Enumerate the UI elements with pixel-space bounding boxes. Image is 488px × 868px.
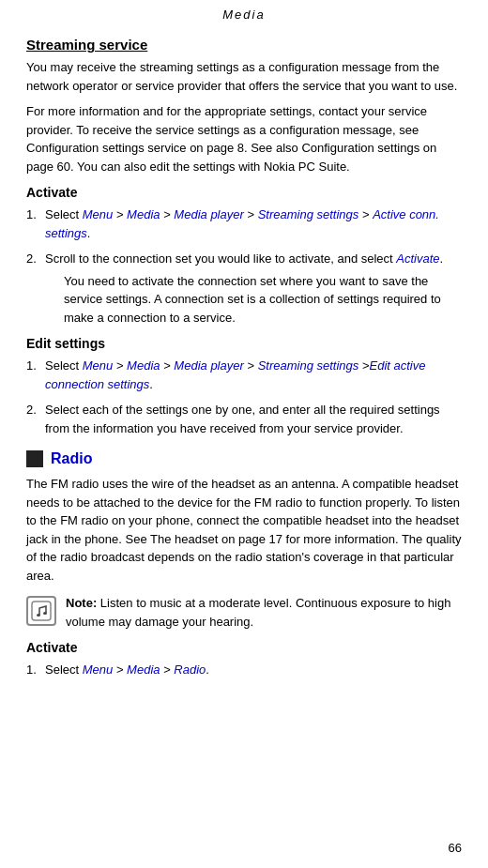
- radio-step1-media: Media: [127, 662, 160, 677]
- edit-step2-number: 2.: [26, 401, 45, 419]
- step1-sep2: >: [160, 207, 175, 221]
- note-label: Note:: [66, 596, 97, 610]
- radio-step1-radio: Radio: [174, 662, 206, 677]
- edit-step1-sep4: >: [358, 358, 369, 373]
- step1-sep3: >: [244, 207, 258, 221]
- edit-step1-sep3: >: [244, 358, 258, 373]
- edit-step1-sep2: >: [160, 358, 175, 373]
- radio-activate-steps: 1. Select Menu > Media > Radio.: [26, 661, 462, 679]
- radio-body: The FM radio uses the wire of the headse…: [26, 475, 462, 585]
- step1-end: .: [87, 226, 91, 240]
- step2-detail: You need to activate the connection set …: [64, 272, 462, 327]
- note-icon: [26, 596, 56, 626]
- step1-content: Select Menu > Media > Media player > Str…: [45, 206, 462, 242]
- radio-section-header: Radio: [26, 450, 462, 467]
- step2-content: Scroll to the connection set you would l…: [45, 250, 462, 327]
- edit-step1-end: .: [149, 377, 153, 391]
- note-svg-icon: [31, 601, 52, 621]
- activate-step1: 1. Select Menu > Media > Media player > …: [26, 206, 462, 242]
- radio-square-icon: [26, 450, 43, 467]
- activate-steps-list: 1. Select Menu > Media > Media player > …: [26, 206, 462, 327]
- header-title: Media: [222, 8, 265, 22]
- step1-media: Media: [127, 207, 160, 221]
- edit-steps-list: 1. Select Menu > Media > Media player > …: [26, 357, 462, 437]
- svg-point-2: [43, 612, 47, 615]
- page-number: 66: [449, 841, 462, 855]
- step1-menu: Menu: [83, 207, 114, 221]
- radio-activate-heading: Activate: [26, 640, 462, 655]
- step2-prefix: Scroll to the connection set you would l…: [45, 251, 396, 266]
- step1-number: 1.: [26, 206, 45, 224]
- edit-step1-media: Media: [127, 358, 160, 373]
- edit-step1-menu: Menu: [83, 358, 114, 373]
- note-text: Listen to music at a moderate level. Con…: [66, 596, 450, 629]
- edit-settings-heading: Edit settings: [26, 336, 462, 351]
- step1-prefix: Select: [45, 207, 83, 221]
- radio-step1-end: .: [206, 662, 209, 677]
- radio-title: Radio: [51, 450, 92, 467]
- streaming-intro-para1: You may receive the streaming settings a…: [26, 58, 462, 95]
- step2-number: 2.: [26, 250, 45, 268]
- streaming-service-title: Streaming service: [26, 37, 462, 53]
- svg-rect-0: [32, 602, 51, 620]
- radio-step1-number: 1.: [26, 661, 45, 679]
- step2-end: .: [440, 251, 444, 266]
- edit-step1-content: Select Menu > Media > Media player > Str…: [45, 357, 462, 393]
- step1-sep4: >: [358, 207, 373, 221]
- page-header: Media: [0, 0, 488, 25]
- step2-activate: Activate: [396, 251, 439, 266]
- step1-sep1: >: [113, 207, 127, 221]
- edit-step1-number: 1.: [26, 357, 45, 375]
- step1-mediaplayer: Media player: [174, 207, 243, 221]
- radio-step1-sep1: >: [113, 662, 127, 677]
- streaming-intro-para2: For more information and for the appropr…: [26, 102, 462, 175]
- step1-streaming: Streaming settings: [258, 207, 359, 221]
- edit-step1-streaming: Streaming settings: [258, 358, 359, 373]
- svg-point-1: [37, 614, 40, 617]
- edit-step2-content: Select each of the settings one by one, …: [45, 401, 462, 437]
- radio-step1-prefix: Select: [45, 662, 83, 677]
- radio-step1: 1. Select Menu > Media > Radio.: [26, 661, 462, 679]
- radio-step1-content: Select Menu > Media > Radio.: [45, 661, 462, 679]
- edit-step1: 1. Select Menu > Media > Media player > …: [26, 357, 462, 393]
- activate-step2: 2. Scroll to the connection set you woul…: [26, 250, 462, 327]
- edit-step2: 2. Select each of the settings one by on…: [26, 401, 462, 437]
- radio-step1-menu: Menu: [83, 662, 114, 677]
- main-content: Streaming service You may receive the st…: [0, 25, 488, 706]
- edit-step1-prefix: Select: [45, 358, 83, 373]
- note-box: Note: Listen to music at a moderate leve…: [26, 594, 462, 631]
- edit-step1-mediaplayer: Media player: [174, 358, 243, 373]
- activate-heading: Activate: [26, 185, 462, 200]
- radio-step1-sep2: >: [160, 662, 175, 677]
- note-content: Note: Listen to music at a moderate leve…: [66, 594, 462, 631]
- edit-step1-sep1: >: [113, 358, 127, 373]
